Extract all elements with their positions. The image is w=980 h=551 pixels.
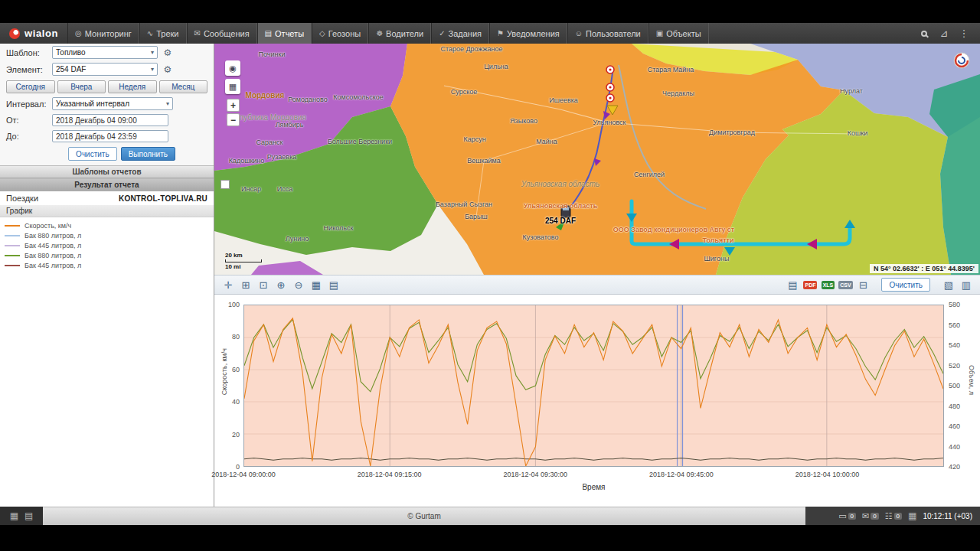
zoom-out-button[interactable]: − <box>227 113 240 126</box>
collapse-panel-handle[interactable] <box>220 180 230 189</box>
range-button-Месяц[interactable]: Месяц <box>159 80 208 93</box>
map-label: Ульяновск <box>593 119 626 126</box>
print-icon[interactable]: ⊟ <box>855 277 871 292</box>
panels-icon[interactable]: ▤ <box>24 510 33 521</box>
content-area: ПочинкиСтарое ДрожжаноеЦильнаСтарая Майн… <box>214 44 980 507</box>
export-csv-icon[interactable]: CSV <box>838 277 853 292</box>
export-excel-icon[interactable]: XLS <box>820 277 835 292</box>
tick-label: 560 <box>949 321 960 329</box>
tab-icon: ◇ <box>319 29 325 37</box>
counter-badge: 0 <box>894 513 902 520</box>
range-button-Неделя[interactable]: Неделя <box>108 80 157 93</box>
street-view-eye-icon[interactable]: ◉ <box>225 60 240 76</box>
legend-label: Бак 445 литров, л <box>24 242 81 249</box>
tab-label: Объекты <box>666 29 701 38</box>
search-icon[interactable] <box>916 26 933 41</box>
tab-Объекты[interactable]: ▣Объекты <box>648 23 709 44</box>
chart-plot-area[interactable] <box>243 305 944 467</box>
tab-Сообщения[interactable]: ✉Сообщения <box>187 23 257 44</box>
tick-label: 460 <box>949 422 960 430</box>
tab-Задания[interactable]: ✓Задания <box>431 23 489 44</box>
report-result-header[interactable]: Результат отчета <box>0 178 214 191</box>
chart-legend: Скорость, км/чБак 880 литров, лБак 445 л… <box>0 217 214 507</box>
tab-Мониторинг[interactable]: ◎Мониторинг <box>67 23 139 44</box>
chart-settings-icon[interactable]: ▤ <box>326 277 341 292</box>
tab-Пользователи[interactable]: ☺Пользователи <box>567 23 648 44</box>
export-table-icon[interactable]: ▤ <box>785 277 800 292</box>
clear-report-button[interactable]: Очистить <box>68 147 117 161</box>
message-counter[interactable]: ✉0 <box>862 511 879 521</box>
unit-select[interactable]: 254 DAF ▾ <box>52 63 158 76</box>
apps-icon[interactable]: ▦ <box>10 510 18 521</box>
zoom-out-icon[interactable]: ⊖ <box>291 277 306 292</box>
execute-report-button[interactable]: Выполнить <box>121 147 175 161</box>
export-pdf-icon[interactable]: PDF <box>802 277 818 292</box>
tab-Отчеты[interactable]: ▤Отчеты <box>257 23 312 44</box>
zoom-window-icon[interactable]: ⊞ <box>238 277 253 292</box>
y-axis-right-title: Объем, л <box>968 365 975 395</box>
pan-icon[interactable]: ✛ <box>220 277 236 292</box>
map-overlay-icon[interactable]: ▧ <box>941 277 956 292</box>
map-label: Вешкайма <box>467 157 501 165</box>
tab-Геозоны[interactable]: ◇Геозоны <box>312 23 368 44</box>
map-label: Лямбирь <box>276 121 304 129</box>
map-label: Ромоданово <box>288 96 328 103</box>
clear-chart-button[interactable]: Очистить <box>881 278 930 292</box>
stats-icon[interactable]: ⊿ <box>936 26 952 41</box>
monitor-counter[interactable]: ▭0 <box>838 511 856 521</box>
tab-Уведомления[interactable]: ⚑Уведомления <box>489 23 567 44</box>
tab-Водители[interactable]: ☸Водители <box>368 23 431 44</box>
menu-kebab-icon[interactable]: ⋮ <box>956 26 972 41</box>
job-counter-icon: ☷ <box>885 511 893 521</box>
tab-label: Пользователи <box>586 29 641 38</box>
message-counter-icon: ✉ <box>862 511 869 521</box>
screen: wialon ◎Мониторинг∿Треки✉Сообщения▤Отчет… <box>0 0 980 551</box>
chevron-down-icon: ▾ <box>151 49 154 56</box>
zoom-in-icon[interactable]: ⊕ <box>273 277 289 292</box>
legend-label: Бак 880 литров, л <box>24 252 81 259</box>
map-layers-icon[interactable]: ▦ <box>225 79 240 94</box>
reset-zoom-icon[interactable]: ⊡ <box>256 277 271 292</box>
export-csv-icon-chip: CSV <box>838 281 852 289</box>
legend-toggle-icon[interactable]: ▦ <box>309 277 324 292</box>
window-layout-icon[interactable]: ▥ <box>959 277 974 292</box>
from-date-input[interactable] <box>52 114 168 126</box>
map-label: Сенгилей <box>634 171 665 178</box>
chart-section-header[interactable]: График <box>0 205 214 217</box>
template-select[interactable]: Топливо ▾ <box>52 46 158 59</box>
range-button-Сегодня[interactable]: Сегодня <box>6 80 55 93</box>
copyright: © Gurtam <box>407 512 441 520</box>
apps-grid-icon[interactable]: ▦ <box>908 510 916 521</box>
unit-wrench-icon[interactable]: ⚙ <box>161 64 175 75</box>
map-label: Старое Дрожжаное <box>440 45 502 53</box>
tab-Треки[interactable]: ∿Треки <box>139 23 187 44</box>
chart-toolbar-left: ✛⊞⊡⊕⊖▦▤ <box>220 277 341 292</box>
tick-label: 0 <box>236 463 240 471</box>
map-label: Димитровград <box>709 129 755 136</box>
template-wrench-icon[interactable]: ⚙ <box>161 47 175 58</box>
tick-label: 540 <box>949 341 960 349</box>
wialon-logo[interactable]: wialon <box>0 23 67 44</box>
zoom-in-button[interactable]: + <box>227 99 240 112</box>
job-counter[interactable]: ☷0 <box>885 511 902 521</box>
range-button-Вчера[interactable]: Вчера <box>57 80 106 93</box>
chart-toolbar-far: ▧▥ <box>941 277 974 292</box>
trips-section[interactable]: Поездки <box>6 194 38 203</box>
tab-icon: ▤ <box>265 29 272 37</box>
report-templates-header[interactable]: Шаблоны отчетов <box>0 165 214 178</box>
map-provider-logo[interactable] <box>953 52 970 69</box>
to-date-input[interactable] <box>52 130 168 142</box>
chart-plot[interactable] <box>244 305 943 466</box>
report-actions: Очистить Выполнить <box>0 144 214 165</box>
map-label: Майна <box>536 138 557 145</box>
legend-item: Бак 880 литров, л <box>5 250 209 260</box>
tick-label: 580 <box>949 301 960 308</box>
interval-select[interactable]: Указанный интервал ▾ <box>52 97 173 110</box>
tick-label: 420 <box>949 463 960 471</box>
map-label: Починки <box>259 51 286 58</box>
unit-select-value: 254 DAF <box>56 65 86 73</box>
export-pdf-icon-chip: PDF <box>803 281 817 289</box>
map[interactable]: ПочинкиСтарое ДрожжаноеЦильнаСтарая Майн… <box>214 44 980 275</box>
header-tabs: ◎Мониторинг∿Треки✉Сообщения▤Отчеты◇Геозо… <box>67 23 709 44</box>
report-sidebar: Шаблон: Топливо ▾ ⚙ Элемент: 254 DAF ▾ ⚙… <box>0 44 214 507</box>
